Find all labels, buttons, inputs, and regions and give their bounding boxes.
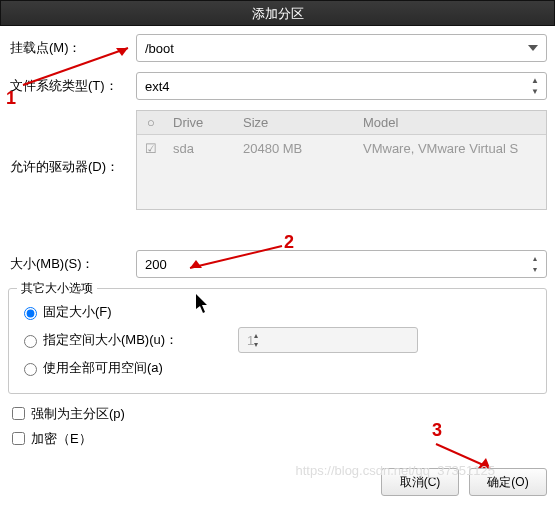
force-primary-label: 强制为主分区(p) — [31, 405, 125, 423]
drives-table: ○ Drive Size Model ☑ sda 20480 MB VMware… — [136, 110, 547, 210]
fstype-row: 文件系统类型(T)： ext4 ▲▼ — [8, 72, 547, 100]
watermark: https://blog.csdn.net/qq_37351125 — [296, 463, 496, 478]
chevron-down-icon — [526, 41, 540, 55]
size-value: 200 — [145, 257, 167, 272]
mount-point-combo[interactable]: /boot — [136, 34, 547, 62]
other-size-group: 其它大小选项 固定大小(F) 指定空间大小(MB)(u)： 1 ▴▾ 使用全部可… — [8, 288, 547, 394]
encrypt-checkbox[interactable] — [12, 432, 25, 445]
fill-radio[interactable] — [24, 363, 37, 376]
fstype-label: 文件系统类型(T)： — [8, 77, 136, 95]
drive-model: VMware, VMware Virtual S — [355, 141, 546, 156]
drives-label: 允许的驱动器(D)： — [8, 110, 136, 176]
size-label: 大小(MB)(S)： — [8, 255, 136, 273]
spin-buttons-small[interactable]: ▴▾ — [254, 331, 258, 349]
header-drive: Drive — [165, 115, 235, 130]
fixed-size-radio[interactable] — [24, 307, 37, 320]
window-title: 添加分区 — [252, 6, 304, 21]
drives-row: 允许的驱动器(D)： ○ Drive Size Model ☑ sda 2048… — [8, 110, 547, 210]
header-model: Model — [355, 115, 546, 130]
fill-label: 使用全部可用空间(a) — [43, 359, 163, 377]
mount-point-value: /boot — [145, 41, 174, 56]
mount-label: 挂载点(M)： — [8, 39, 136, 57]
fstype-combo[interactable]: ext4 ▲▼ — [136, 72, 547, 100]
drive-size: 20480 MB — [235, 141, 355, 156]
updown-icon: ▲▼ — [526, 75, 544, 97]
drive-name: sda — [165, 141, 235, 156]
encrypt-label: 加密（E） — [31, 430, 92, 448]
specify-size-value: 1 — [247, 333, 254, 348]
specify-size-label: 指定空间大小(MB)(u)： — [43, 331, 178, 349]
size-input[interactable]: 200 ▴▾ — [136, 250, 547, 278]
specify-size-option[interactable]: 指定空间大小(MB)(u)： 1 ▴▾ — [19, 327, 536, 353]
specify-size-radio[interactable] — [24, 335, 37, 348]
title-bar: 添加分区 — [0, 0, 555, 26]
size-row: 大小(MB)(S)： 200 ▴▾ — [8, 250, 547, 278]
other-size-legend: 其它大小选项 — [17, 280, 97, 297]
force-primary-option[interactable]: 强制为主分区(p) — [8, 404, 547, 423]
fixed-size-label: 固定大小(F) — [43, 303, 112, 321]
fstype-value: ext4 — [145, 79, 170, 94]
fixed-size-option[interactable]: 固定大小(F) — [19, 303, 536, 321]
table-row[interactable]: ☑ sda 20480 MB VMware, VMware Virtual S — [137, 135, 546, 161]
encrypt-option[interactable]: 加密（E） — [8, 429, 547, 448]
header-check: ○ — [137, 115, 165, 130]
drives-header: ○ Drive Size Model — [137, 111, 546, 135]
dialog-content: 挂载点(M)： /boot 文件系统类型(T)： ext4 ▲▼ 允许的驱动器(… — [0, 26, 555, 462]
spin-buttons[interactable]: ▴▾ — [526, 253, 544, 275]
drive-checkbox[interactable]: ☑ — [137, 141, 165, 156]
fill-option[interactable]: 使用全部可用空间(a) — [19, 359, 536, 377]
mount-row: 挂载点(M)： /boot — [8, 34, 547, 62]
header-size: Size — [235, 115, 355, 130]
specify-size-input[interactable]: 1 ▴▾ — [238, 327, 418, 353]
force-primary-checkbox[interactable] — [12, 407, 25, 420]
